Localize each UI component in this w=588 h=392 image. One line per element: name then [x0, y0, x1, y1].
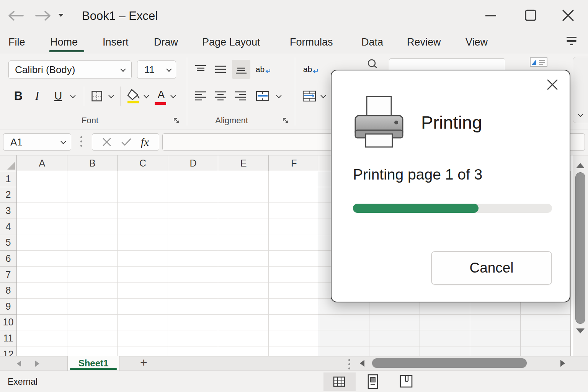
active-tab-underline	[49, 50, 84, 52]
column-header-a[interactable]: A	[17, 155, 67, 171]
scroll-down-icon[interactable]	[576, 328, 585, 333]
row-header-2[interactable]: 2	[0, 187, 16, 203]
cancel-button[interactable]: Cancel	[431, 251, 552, 285]
row-header-5[interactable]: 5	[0, 235, 16, 251]
next-sheet-icon[interactable]	[35, 361, 39, 367]
merge-cells-button[interactable]	[300, 87, 318, 105]
font-color-letter: A	[158, 89, 165, 101]
merge-options-chevron-icon[interactable]	[276, 93, 281, 98]
row-header-8[interactable]: 8	[0, 283, 16, 299]
name-box[interactable]: A1	[3, 133, 71, 151]
row-header-12[interactable]: 12	[0, 346, 16, 356]
add-sheet-button[interactable]: +	[140, 356, 147, 370]
align-right-button[interactable]	[232, 87, 249, 105]
row-header-10[interactable]: 10	[0, 315, 16, 331]
font-name-combobox[interactable]: Calibri (Body)	[8, 60, 132, 79]
tab-insert[interactable]: Insert	[103, 31, 129, 54]
wrap-text-button[interactable]: ab	[253, 60, 273, 79]
column-header-e[interactable]: E	[218, 155, 269, 171]
ribbon-display-options-icon[interactable]	[567, 37, 578, 47]
shrink-text-icon: ab	[303, 65, 312, 74]
chevron-down-icon	[166, 67, 172, 72]
page-layout-view-button[interactable]	[361, 373, 384, 390]
hscroll-left-icon[interactable]	[360, 360, 364, 367]
font-group-label: Font	[61, 116, 119, 126]
underline-button[interactable]: U	[51, 87, 66, 105]
align-center-button[interactable]	[212, 87, 229, 105]
row-header-3[interactable]: 3	[0, 203, 16, 219]
borders-button[interactable]	[89, 87, 105, 105]
scroll-up-icon[interactable]	[576, 163, 585, 168]
italic-button[interactable]: I	[31, 87, 44, 105]
active-sheet-underline	[70, 368, 117, 370]
fill-color-button[interactable]	[125, 87, 142, 106]
cancel-entry-icon[interactable]	[102, 137, 111, 147]
font-dialog-launcher-icon[interactable]	[173, 117, 180, 126]
row-header-4[interactable]: 4	[0, 219, 16, 235]
enter-entry-icon[interactable]	[121, 138, 132, 146]
prev-sheet-icon[interactable]	[17, 361, 21, 367]
merge-cells-chevron-icon[interactable]	[320, 93, 326, 98]
row-header-9[interactable]: 9	[0, 299, 16, 315]
back-icon[interactable]	[7, 10, 24, 23]
column-header-b[interactable]: B	[67, 155, 118, 171]
group-divider	[187, 57, 187, 126]
conditional-formatting-icon[interactable]	[530, 57, 547, 67]
wrap-text-icon: ab	[256, 65, 265, 74]
vertical-scrollbar-thumb[interactable]	[575, 172, 585, 324]
search-icon[interactable]	[367, 59, 378, 68]
tab-data[interactable]: Data	[361, 31, 383, 54]
insert-function-icon[interactable]: fx	[141, 136, 149, 149]
tab-draw[interactable]: Draw	[154, 31, 178, 54]
alignment-dialog-launcher-icon[interactable]	[282, 117, 289, 126]
row-header-6[interactable]: 6	[0, 251, 16, 267]
normal-view-button[interactable]	[328, 373, 351, 390]
font-color-chevron-icon[interactable]	[170, 93, 176, 98]
close-window-button[interactable]	[560, 8, 576, 22]
underline-options-chevron-icon[interactable]	[70, 93, 75, 98]
row-header-1[interactable]: 1	[0, 171, 16, 187]
tab-review[interactable]: Review	[407, 31, 441, 54]
shrink-text-button[interactable]: ab	[302, 60, 320, 78]
column-header-f[interactable]: F	[269, 155, 319, 171]
divider	[84, 87, 84, 106]
borders-options-chevron-icon[interactable]	[108, 93, 114, 98]
hscroll-right-icon[interactable]	[560, 360, 565, 367]
top-align-button[interactable]	[192, 60, 209, 78]
maximize-button[interactable]	[523, 8, 538, 22]
fill-color-chevron-icon[interactable]	[144, 93, 149, 98]
horizontal-scrollbar-thumb[interactable]	[372, 358, 527, 368]
merge-center-button[interactable]	[253, 87, 272, 105]
font-color-button[interactable]: A	[153, 87, 169, 106]
row-header-7[interactable]: 7	[0, 267, 16, 283]
ribbon-collapse-chevron-icon[interactable]	[578, 112, 583, 117]
page-break-view-button[interactable]	[395, 373, 418, 390]
bold-button[interactable]: B	[11, 87, 26, 105]
font-size-combobox[interactable]: 11	[137, 60, 176, 79]
row-headers: 1 2 3 4 5 6 7 8 9 10 11 12	[0, 171, 17, 356]
drag-handle-icon[interactable]	[80, 136, 82, 147]
row-header-11[interactable]: 11	[0, 330, 16, 346]
window-title: Book1 – Excel	[82, 9, 158, 23]
page-layout-icon	[366, 374, 379, 389]
column-header-d[interactable]: D	[168, 155, 219, 171]
chevron-down-icon	[60, 139, 66, 144]
fill-color-icon	[126, 88, 141, 104]
middle-align-button[interactable]	[212, 60, 229, 78]
forward-icon[interactable]	[34, 10, 52, 23]
tab-formulas[interactable]: Formulas	[290, 31, 333, 54]
column-header-c[interactable]: C	[118, 155, 168, 171]
chevron-down-icon	[120, 67, 126, 72]
minimize-button[interactable]	[483, 8, 498, 22]
tab-file[interactable]: File	[8, 31, 25, 54]
tab-page-layout[interactable]: Page Layout	[202, 31, 260, 54]
splitter-handle-icon[interactable]	[348, 359, 350, 369]
title-bar: Book1 – Excel	[0, 0, 588, 31]
select-all-button[interactable]	[0, 155, 17, 171]
vertical-scrollbar[interactable]	[573, 155, 588, 356]
tab-view[interactable]: View	[466, 31, 488, 54]
align-left-button[interactable]	[192, 87, 209, 105]
bottom-align-button[interactable]	[232, 60, 250, 79]
dialog-close-button[interactable]	[545, 77, 560, 92]
quick-access-caret-icon[interactable]	[58, 14, 64, 17]
